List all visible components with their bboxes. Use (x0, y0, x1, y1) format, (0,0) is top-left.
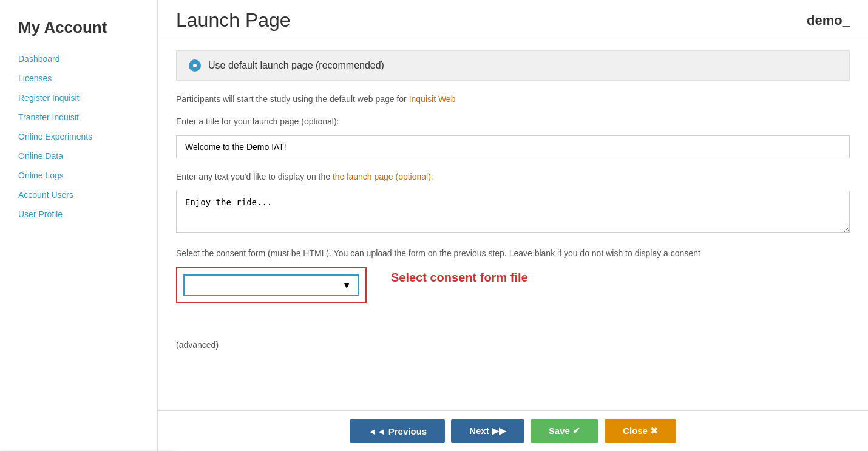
content-area: Use default launch page (recommended) Pa… (158, 38, 868, 410)
sidebar-title: My Account (0, 12, 157, 49)
sidebar-item-online-data[interactable]: Online Data (0, 146, 157, 166)
description-line1: Participants will start the study using … (176, 93, 850, 106)
consent-row: ▼ consent.htm intro_iat.htm Select conse… (176, 267, 850, 303)
sidebar-nav: Dashboard Licenses Register Inquisit Tra… (0, 49, 157, 224)
footer: ◄◄ Previous Next ▶▶ Save ✔ Close ✖ (158, 410, 868, 451)
title-field-label: Enter a title for your launch page (opti… (176, 115, 850, 128)
sidebar-item-licenses[interactable]: Licenses (0, 69, 157, 88)
sidebar-item-transfer-inquisit[interactable]: Transfer Inquisit (0, 107, 157, 127)
sidebar-item-dashboard[interactable]: Dashboard (0, 49, 157, 69)
text-field-label: Enter any text you'd like to display on … (176, 171, 850, 183)
sidebar-item-user-profile[interactable]: User Profile (0, 205, 157, 224)
previous-button[interactable]: ◄◄ Previous (350, 419, 445, 443)
next-button[interactable]: Next ▶▶ (451, 419, 524, 443)
default-launch-radio[interactable]: Use default launch page (recommended) (176, 50, 850, 81)
sidebar-item-online-experiments[interactable]: Online Experiments (0, 127, 157, 146)
dropdown-arrow-icon: ▼ (342, 280, 351, 290)
page-title: Launch Page (176, 9, 291, 32)
header: Launch Page demo_ (158, 0, 868, 38)
save-button[interactable]: Save ✔ (531, 419, 598, 443)
sidebar-item-online-logs[interactable]: Online Logs (0, 166, 157, 185)
close-button[interactable]: Close ✖ (605, 419, 676, 443)
advanced-label: (advanced) (176, 340, 850, 350)
sidebar-item-account-users[interactable]: Account Users (0, 185, 157, 205)
launch-page-text-area[interactable]: Enjoy the ride... (176, 191, 850, 233)
radio-option-label: Use default launch page (recommended) (208, 60, 384, 71)
consent-form-label: Select the consent form (must be HTML). … (176, 247, 850, 260)
sidebar-item-register-inquisit[interactable]: Register Inquisit (0, 88, 157, 107)
main-content: Launch Page demo_ Use default launch pag… (158, 0, 868, 451)
inquisit-web-highlight: Inquisit Web (409, 94, 456, 104)
launch-page-title-input[interactable] (176, 135, 850, 158)
sidebar: My Account Dashboard Licenses Register I… (0, 0, 158, 451)
description-pre: Participants will start the study using … (176, 94, 409, 104)
user-label: demo_ (807, 13, 850, 29)
consent-dropdown-trigger[interactable]: ▼ (183, 274, 359, 296)
consent-hint-text: Select consent form file (391, 271, 528, 285)
consent-dropdown-container: ▼ consent.htm intro_iat.htm (176, 267, 367, 303)
radio-circle (189, 59, 201, 72)
